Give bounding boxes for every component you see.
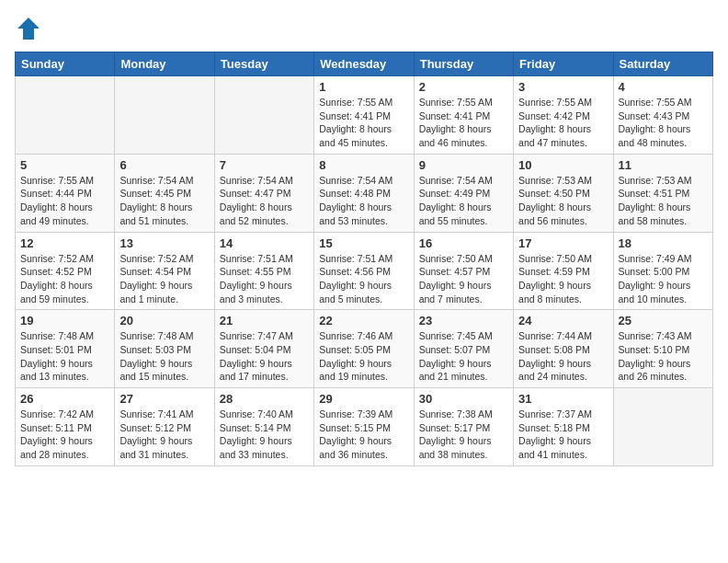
day-info: Sunrise: 7:51 AM Sunset: 4:55 PM Dayligh… — [220, 252, 309, 306]
day-info: Sunrise: 7:53 AM Sunset: 4:51 PM Dayligh… — [619, 174, 708, 228]
weekday-header-saturday: Saturday — [613, 52, 712, 76]
calendar-cell: 29Sunrise: 7:39 AM Sunset: 5:15 PM Dayli… — [314, 388, 414, 466]
calendar-cell: 24Sunrise: 7:44 AM Sunset: 5:08 PM Dayli… — [514, 310, 613, 388]
calendar-cell: 15Sunrise: 7:51 AM Sunset: 4:56 PM Dayli… — [314, 232, 414, 310]
day-info: Sunrise: 7:48 AM Sunset: 5:03 PM Dayligh… — [119, 329, 209, 384]
calendar-cell: 27Sunrise: 7:41 AM Sunset: 5:12 PM Dayli… — [115, 388, 214, 466]
day-info: Sunrise: 7:55 AM Sunset: 4:41 PM Dayligh… — [419, 96, 508, 150]
calendar-cell: 4Sunrise: 7:55 AM Sunset: 4:43 PM Daylig… — [613, 76, 712, 155]
day-number: 28 — [220, 392, 309, 406]
calendar-cell — [16, 76, 115, 155]
calendar-cell: 12Sunrise: 7:52 AM Sunset: 4:52 PM Dayli… — [16, 232, 115, 310]
day-info: Sunrise: 7:47 AM Sunset: 5:04 PM Dayligh… — [220, 329, 309, 384]
day-number: 7 — [220, 158, 309, 172]
day-info: Sunrise: 7:55 AM Sunset: 4:44 PM Dayligh… — [20, 174, 109, 228]
calendar-cell: 1Sunrise: 7:55 AM Sunset: 4:41 PM Daylig… — [314, 76, 414, 155]
day-info: Sunrise: 7:44 AM Sunset: 5:08 PM Dayligh… — [518, 329, 608, 384]
weekday-header-thursday: Thursday — [414, 52, 513, 76]
day-number: 2 — [419, 80, 508, 94]
day-info: Sunrise: 7:38 AM Sunset: 5:17 PM Dayligh… — [419, 408, 508, 462]
day-info: Sunrise: 7:55 AM Sunset: 4:41 PM Dayligh… — [319, 96, 408, 150]
day-info: Sunrise: 7:54 AM Sunset: 4:48 PM Dayligh… — [319, 174, 408, 228]
day-info: Sunrise: 7:42 AM Sunset: 5:11 PM Dayligh… — [20, 408, 109, 462]
calendar-cell: 18Sunrise: 7:49 AM Sunset: 5:00 PM Dayli… — [613, 232, 712, 310]
calendar-cell: 8Sunrise: 7:54 AM Sunset: 4:48 PM Daylig… — [314, 154, 414, 232]
calendar-cell: 25Sunrise: 7:43 AM Sunset: 5:10 PM Dayli… — [613, 310, 712, 388]
day-number: 25 — [619, 314, 708, 327]
day-number: 9 — [419, 158, 508, 172]
day-number: 1 — [319, 80, 408, 94]
day-info: Sunrise: 7:52 AM Sunset: 4:52 PM Dayligh… — [20, 252, 109, 306]
week-row-1: 1Sunrise: 7:55 AM Sunset: 4:41 PM Daylig… — [16, 76, 713, 155]
logo-icon — [15, 15, 42, 42]
day-info: Sunrise: 7:46 AM Sunset: 5:05 PM Dayligh… — [319, 329, 408, 384]
day-info: Sunrise: 7:54 AM Sunset: 4:45 PM Dayligh… — [119, 174, 209, 228]
day-number: 12 — [20, 236, 109, 250]
calendar-cell: 21Sunrise: 7:47 AM Sunset: 5:04 PM Dayli… — [214, 310, 313, 388]
calendar-cell: 5Sunrise: 7:55 AM Sunset: 4:44 PM Daylig… — [16, 154, 115, 232]
calendar-cell: 16Sunrise: 7:50 AM Sunset: 4:57 PM Dayli… — [414, 232, 513, 310]
day-info: Sunrise: 7:39 AM Sunset: 5:15 PM Dayligh… — [319, 408, 408, 462]
calendar-cell: 20Sunrise: 7:48 AM Sunset: 5:03 PM Dayli… — [115, 310, 214, 388]
calendar-cell: 7Sunrise: 7:54 AM Sunset: 4:47 PM Daylig… — [214, 154, 313, 232]
weekday-header-friday: Friday — [514, 52, 613, 76]
week-row-2: 5Sunrise: 7:55 AM Sunset: 4:44 PM Daylig… — [16, 154, 713, 232]
logo — [15, 15, 46, 42]
calendar-cell: 26Sunrise: 7:42 AM Sunset: 5:11 PM Dayli… — [16, 388, 115, 466]
day-info: Sunrise: 7:40 AM Sunset: 5:14 PM Dayligh… — [220, 408, 309, 462]
week-row-3: 12Sunrise: 7:52 AM Sunset: 4:52 PM Dayli… — [16, 232, 713, 310]
weekday-header-row: SundayMondayTuesdayWednesdayThursdayFrid… — [16, 52, 713, 76]
day-number: 10 — [518, 158, 608, 172]
day-number: 26 — [20, 392, 109, 406]
calendar-cell: 17Sunrise: 7:50 AM Sunset: 4:59 PM Dayli… — [514, 232, 613, 310]
day-number: 6 — [119, 158, 209, 172]
calendar-cell: 6Sunrise: 7:54 AM Sunset: 4:45 PM Daylig… — [115, 154, 214, 232]
day-info: Sunrise: 7:52 AM Sunset: 4:54 PM Dayligh… — [119, 252, 209, 306]
week-row-5: 26Sunrise: 7:42 AM Sunset: 5:11 PM Dayli… — [16, 388, 713, 466]
day-number: 11 — [619, 158, 708, 172]
calendar-cell: 30Sunrise: 7:38 AM Sunset: 5:17 PM Dayli… — [414, 388, 513, 466]
day-info: Sunrise: 7:54 AM Sunset: 4:49 PM Dayligh… — [419, 174, 508, 228]
day-number: 31 — [518, 392, 608, 406]
calendar-cell: 23Sunrise: 7:45 AM Sunset: 5:07 PM Dayli… — [414, 310, 513, 388]
day-number: 24 — [518, 314, 608, 327]
weekday-header-wednesday: Wednesday — [314, 52, 414, 76]
day-number: 3 — [518, 80, 608, 94]
page-header — [15, 15, 713, 42]
day-number: 16 — [419, 236, 508, 250]
day-number: 22 — [319, 314, 408, 327]
calendar-cell: 10Sunrise: 7:53 AM Sunset: 4:50 PM Dayli… — [514, 154, 613, 232]
calendar-cell: 9Sunrise: 7:54 AM Sunset: 4:49 PM Daylig… — [414, 154, 513, 232]
day-number: 23 — [419, 314, 508, 327]
day-info: Sunrise: 7:55 AM Sunset: 4:43 PM Dayligh… — [619, 96, 708, 150]
day-number: 18 — [619, 236, 708, 250]
day-number: 14 — [220, 236, 309, 250]
calendar-cell: 31Sunrise: 7:37 AM Sunset: 5:18 PM Dayli… — [514, 388, 613, 466]
calendar-cell: 3Sunrise: 7:55 AM Sunset: 4:42 PM Daylig… — [514, 76, 613, 155]
weekday-header-sunday: Sunday — [16, 52, 115, 76]
calendar-cell: 2Sunrise: 7:55 AM Sunset: 4:41 PM Daylig… — [414, 76, 513, 155]
day-info: Sunrise: 7:51 AM Sunset: 4:56 PM Dayligh… — [319, 252, 408, 306]
svg-marker-0 — [17, 17, 40, 40]
week-row-4: 19Sunrise: 7:48 AM Sunset: 5:01 PM Dayli… — [16, 310, 713, 388]
day-info: Sunrise: 7:48 AM Sunset: 5:01 PM Dayligh… — [20, 329, 109, 384]
day-number: 4 — [619, 80, 708, 94]
weekday-header-tuesday: Tuesday — [214, 52, 313, 76]
calendar-cell: 11Sunrise: 7:53 AM Sunset: 4:51 PM Dayli… — [613, 154, 712, 232]
calendar-cell: 14Sunrise: 7:51 AM Sunset: 4:55 PM Dayli… — [214, 232, 313, 310]
day-number: 15 — [319, 236, 408, 250]
day-number: 30 — [419, 392, 508, 406]
day-info: Sunrise: 7:49 AM Sunset: 5:00 PM Dayligh… — [619, 252, 708, 306]
calendar-cell — [115, 76, 214, 155]
day-number: 19 — [20, 314, 109, 327]
day-number: 5 — [20, 158, 109, 172]
calendar-cell — [613, 388, 712, 466]
day-info: Sunrise: 7:53 AM Sunset: 4:50 PM Dayligh… — [518, 174, 608, 228]
day-number: 17 — [518, 236, 608, 250]
day-info: Sunrise: 7:55 AM Sunset: 4:42 PM Dayligh… — [518, 96, 608, 150]
day-number: 13 — [119, 236, 209, 250]
calendar-cell: 28Sunrise: 7:40 AM Sunset: 5:14 PM Dayli… — [214, 388, 313, 466]
day-number: 8 — [319, 158, 408, 172]
calendar-cell: 19Sunrise: 7:48 AM Sunset: 5:01 PM Dayli… — [16, 310, 115, 388]
day-info: Sunrise: 7:41 AM Sunset: 5:12 PM Dayligh… — [119, 408, 209, 462]
